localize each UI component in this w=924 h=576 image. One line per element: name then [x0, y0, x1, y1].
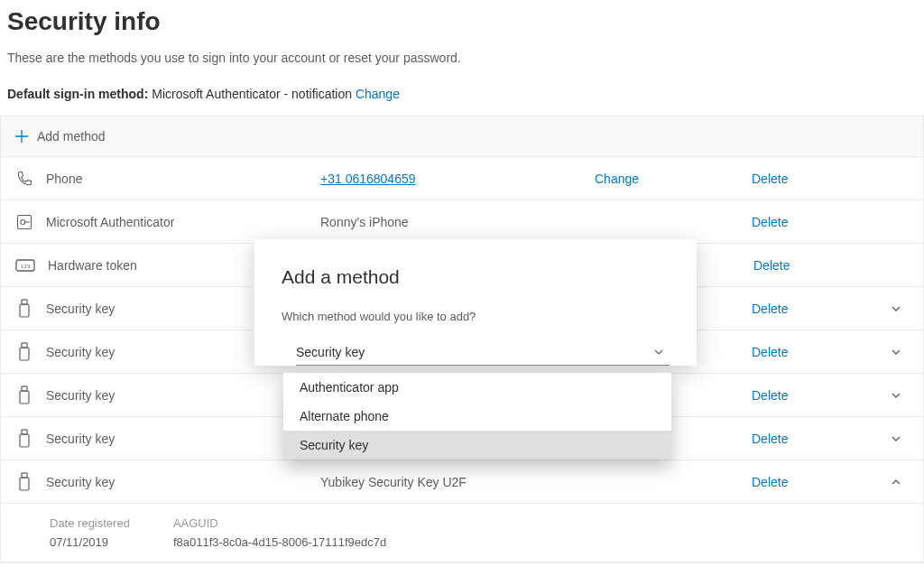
chevron-down-icon[interactable]: [891, 303, 909, 314]
usb-icon: [15, 472, 33, 492]
chevron-down-icon[interactable]: [891, 347, 909, 358]
dropdown-selected-value: Security key: [296, 345, 365, 359]
method-row: Phone+31 0616804659ChangeDelete: [1, 157, 923, 200]
usb-icon: [15, 299, 33, 319]
add-method-label: Add method: [37, 129, 106, 144]
svg-rect-11: [20, 434, 29, 447]
method-name: Security key: [46, 432, 308, 446]
dropdown-option[interactable]: Authenticator app: [283, 373, 671, 402]
dropdown-option[interactable]: Security key: [283, 431, 671, 460]
dropdown-option[interactable]: Alternate phone: [283, 402, 671, 431]
svg-rect-7: [20, 348, 29, 360]
page-subtitle: These are the methods you use to sign in…: [0, 43, 924, 72]
delete-method-link[interactable]: Delete: [752, 345, 788, 359]
dropdown-list: Authenticator appAlternate phoneSecurity…: [283, 373, 671, 460]
svg-rect-13: [20, 478, 29, 490]
method-value: Yubikey Security Key U2F: [320, 475, 582, 489]
detail-aaguid-value: f8a011f3-8c0a-4d15-8006-17111f9edc7d: [173, 535, 386, 549]
page-title: Security info: [0, 0, 924, 43]
method-dropdown[interactable]: Security key: [296, 339, 670, 366]
change-default-link[interactable]: Change: [356, 87, 400, 101]
expanded-detail: Date registered 07/11/2019 AAGUID f8a011…: [1, 504, 923, 562]
change-method-link[interactable]: Change: [595, 172, 639, 186]
add-method-button[interactable]: Add method: [1, 116, 923, 157]
modal-question: Which method would you like to add?: [282, 310, 670, 323]
method-name: Security key: [46, 475, 308, 489]
usb-icon: [15, 342, 33, 362]
delete-method-link[interactable]: Delete: [753, 258, 790, 273]
svg-rect-5: [20, 304, 29, 317]
method-value[interactable]: +31 0616804659: [320, 172, 582, 186]
delete-method-link[interactable]: Delete: [752, 215, 788, 229]
phone-number-link[interactable]: +31 0616804659: [320, 172, 416, 186]
svg-rect-9: [20, 391, 29, 404]
method-row: Microsoft AuthenticatorRonny's iPhoneDel…: [1, 200, 923, 244]
delete-method-link[interactable]: Delete: [752, 302, 788, 316]
method-name: Phone: [46, 172, 308, 186]
chevron-down-icon[interactable]: [891, 390, 909, 401]
svg-rect-8: [22, 386, 27, 391]
svg-rect-12: [22, 473, 27, 478]
svg-rect-10: [22, 430, 27, 434]
svg-point-1: [21, 219, 25, 224]
method-value: Ronny's iPhone: [320, 215, 582, 229]
svg-rect-4: [22, 300, 27, 304]
detail-aaguid-label: AAGUID: [173, 516, 386, 530]
svg-rect-6: [22, 343, 27, 348]
svg-text:123: 123: [21, 263, 31, 270]
default-method-value: Microsoft Authenticator - notification: [152, 87, 352, 101]
detail-date-label: Date registered: [50, 516, 130, 530]
delete-method-link[interactable]: Delete: [752, 475, 788, 489]
modal-title: Add a method: [282, 266, 670, 288]
chevron-down-icon[interactable]: [891, 433, 909, 444]
usb-icon: [15, 429, 33, 449]
usb-icon: [15, 386, 33, 405]
delete-method-link[interactable]: Delete: [752, 432, 788, 446]
method-row: Security keyYubikey Security Key U2FDele…: [1, 460, 923, 504]
chevron-down-icon: [653, 347, 664, 358]
add-method-modal: Add a method Which method would you like…: [254, 239, 697, 366]
plus-icon: [15, 130, 28, 143]
delete-method-link[interactable]: Delete: [752, 172, 788, 186]
hardware-token-icon: 123: [15, 258, 35, 273]
authenticator-icon: [15, 213, 33, 231]
default-method-row: Default sign-in method: Microsoft Authen…: [0, 72, 924, 116]
delete-method-link[interactable]: Delete: [752, 388, 788, 403]
default-method-label: Default sign-in method:: [7, 87, 148, 101]
detail-date-value: 07/11/2019: [50, 535, 130, 549]
phone-icon: [15, 170, 33, 188]
method-name: Microsoft Authenticator: [46, 215, 308, 229]
method-name: Security key: [46, 388, 308, 403]
chevron-up-icon[interactable]: [891, 477, 909, 488]
